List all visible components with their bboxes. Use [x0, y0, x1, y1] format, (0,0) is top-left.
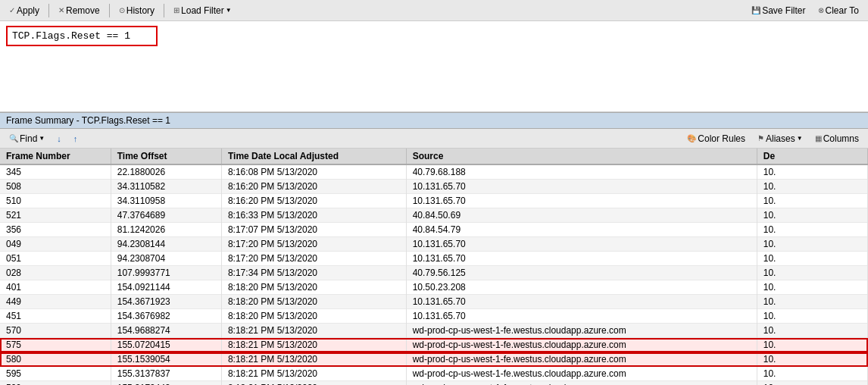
cell-time: 8:16:08 PM 5/13/2020: [221, 164, 406, 180]
cell-offset: 47.3764689: [111, 208, 221, 223]
cell-source: 10.131.65.70: [406, 309, 757, 324]
cell-source: 10.131.65.70: [406, 237, 757, 252]
frame-summary-label: Frame Summary - TCP.Flags.Reset == 1: [6, 115, 170, 126]
cell-offset: 155.3170442: [111, 381, 221, 386]
cell-frame: 580: [0, 352, 111, 367]
cell-source: 40.84.50.69: [406, 208, 757, 223]
cell-offset: 22.1880026: [111, 164, 221, 180]
separator-1: [48, 4, 49, 17]
arrow-down-button[interactable]: ↓: [52, 133, 66, 145]
arrow-down-icon: ↓: [57, 134, 61, 143]
cell-source: 40.79.56.125: [406, 266, 757, 280]
cell-time: 8:17:07 PM 5/13/2020: [221, 223, 406, 237]
cell-dest: 10.: [757, 237, 867, 252]
table-row[interactable]: 04994.23081448:17:20 PM 5/13/202010.131.…: [0, 237, 868, 252]
cell-source: wd-prod-cp-us-west-1-fe.westus.cloudapp.…: [406, 338, 757, 352]
table-row[interactable]: 451154.36769828:18:20 PM 5/13/202010.131…: [0, 309, 868, 324]
col-header-frame[interactable]: Frame Number: [0, 149, 111, 164]
table-row[interactable]: 401154.09211448:18:20 PM 5/13/202010.50.…: [0, 280, 868, 295]
filter-input[interactable]: TCP.Flags.Reset == 1: [6, 26, 158, 46]
table-row[interactable]: 570154.96882748:18:21 PM 5/13/2020wd-pro…: [0, 324, 868, 338]
remove-button[interactable]: ✕ Remove: [54, 4, 105, 17]
columns-label: Columns: [823, 133, 859, 144]
cell-frame: 451: [0, 309, 111, 324]
clear-icon: ⊗: [818, 6, 824, 14]
cell-source: 40.84.54.79: [406, 223, 757, 237]
cell-time: 8:17:20 PM 5/13/2020: [221, 252, 406, 266]
filter-area: TCP.Flags.Reset == 1: [0, 21, 868, 112]
find-dropdown-icon: ▼: [39, 135, 45, 142]
cell-time: 8:16:20 PM 5/13/2020: [221, 194, 406, 208]
table-row[interactable]: 580155.15390548:18:21 PM 5/13/2020wd-pro…: [0, 352, 868, 367]
table-row[interactable]: 449154.36719238:18:20 PM 5/13/202010.131…: [0, 295, 868, 309]
color-rules-button[interactable]: 🎨 Color Rules: [682, 132, 750, 146]
toolbar-right: 💾 Save Filter ⊗ Clear To: [747, 4, 863, 17]
cell-source: 10.131.65.70: [406, 194, 757, 208]
apply-button[interactable]: ✓ Apply: [5, 4, 44, 17]
save-filter-label: Save Filter: [762, 5, 805, 16]
separator-3: [164, 4, 164, 17]
table-row[interactable]: 34522.18800268:16:08 PM 5/13/202040.79.6…: [0, 164, 868, 180]
table-row[interactable]: 51034.31109588:16:20 PM 5/13/202010.131.…: [0, 194, 868, 208]
find-icon: 🔍: [9, 134, 18, 142]
cell-offset: 94.2308144: [111, 237, 221, 252]
cell-source: 10.131.65.70: [406, 295, 757, 309]
cell-source: 40.79.68.188: [406, 164, 757, 180]
cell-frame: 345: [0, 164, 111, 180]
filter-value: TCP.Flags.Reset == 1: [12, 30, 130, 42]
table-row[interactable]: 028107.99937718:17:34 PM 5/13/202040.79.…: [0, 266, 868, 280]
cell-frame: 599: [0, 381, 111, 386]
cell-offset: 154.3676982: [111, 309, 221, 324]
cell-time: 8:18:21 PM 5/13/2020: [221, 338, 406, 352]
history-button[interactable]: ⊙ History: [114, 4, 159, 17]
col-header-source[interactable]: Source: [406, 149, 757, 164]
cell-offset: 155.1539054: [111, 352, 221, 367]
arrow-up-icon: ↑: [73, 134, 78, 143]
load-filter-dropdown-icon: ▼: [226, 7, 232, 14]
table-row[interactable]: 50834.31105828:16:20 PM 5/13/202010.131.…: [0, 180, 868, 194]
cell-frame: 575: [0, 338, 111, 352]
aliases-button[interactable]: ⚑ Aliases ▼: [753, 132, 807, 146]
table-row[interactable]: 575155.07204158:18:21 PM 5/13/2020wd-pro…: [0, 338, 868, 352]
cell-dest: 10.: [757, 208, 867, 223]
cell-time: 8:16:33 PM 5/13/2020: [221, 208, 406, 223]
arrow-up-button[interactable]: ↑: [69, 133, 83, 145]
table-row[interactable]: 595155.31378378:18:21 PM 5/13/2020wd-pro…: [0, 367, 868, 381]
cell-offset: 154.9688274: [111, 324, 221, 338]
cell-time: 8:17:34 PM 5/13/2020: [221, 266, 406, 280]
main-toolbar: ✓ Apply ✕ Remove ⊙ History ⊞ Load Filter…: [0, 0, 868, 21]
clear-button[interactable]: ⊗ Clear To: [813, 4, 863, 17]
table-row[interactable]: 599155.31704428:18:21 PM 5/13/2020wd-pro…: [0, 381, 868, 386]
cell-time: 8:17:20 PM 5/13/2020: [221, 237, 406, 252]
cell-source: 10.131.65.70: [406, 252, 757, 266]
columns-button[interactable]: ▦ Columns: [810, 132, 863, 146]
table-row[interactable]: 35681.12420268:17:07 PM 5/13/202040.84.5…: [0, 223, 868, 237]
aliases-dropdown-icon: ▼: [797, 135, 803, 142]
packet-toolbar: 🔍 Find ▼ ↓ ↑ 🎨 Color Rules ⚑ Aliases ▼ ▦…: [0, 129, 868, 149]
find-button[interactable]: 🔍 Find ▼: [5, 132, 49, 146]
table-row[interactable]: 52147.37646898:16:33 PM 5/13/202040.84.5…: [0, 208, 868, 223]
cell-source: wd-prod-cp-us-west-1-fe.westus.cloudapp.…: [406, 367, 757, 381]
aliases-icon: ⚑: [757, 134, 764, 142]
load-filter-button[interactable]: ⊞ Load Filter ▼: [169, 4, 236, 17]
col-header-offset[interactable]: Time Offset: [111, 149, 221, 164]
cell-dest: 10.: [757, 338, 867, 352]
cell-offset: 34.3110958: [111, 194, 221, 208]
col-header-time[interactable]: Time Date Local Adjusted: [221, 149, 406, 164]
col-header-dest[interactable]: De: [757, 149, 867, 164]
remove-icon: ✕: [58, 6, 64, 14]
save-filter-button[interactable]: 💾 Save Filter: [747, 4, 810, 17]
cell-dest: 10.: [757, 367, 867, 381]
history-label: History: [126, 5, 155, 16]
load-filter-label: Load Filter: [181, 5, 224, 16]
find-label: Find: [20, 133, 37, 144]
color-rules-icon: 🎨: [687, 134, 696, 142]
table-row[interactable]: 05194.23087048:17:20 PM 5/13/202010.131.…: [0, 252, 868, 266]
cell-dest: 10.: [757, 164, 867, 180]
aliases-label: Aliases: [766, 133, 795, 144]
apply-label: Apply: [17, 5, 39, 16]
cell-source: wd-prod-cp-us-west-1-fe.westus.cloudapp.…: [406, 324, 757, 338]
columns-icon: ▦: [815, 134, 822, 142]
cell-frame: 521: [0, 208, 111, 223]
separator-2: [109, 4, 110, 17]
